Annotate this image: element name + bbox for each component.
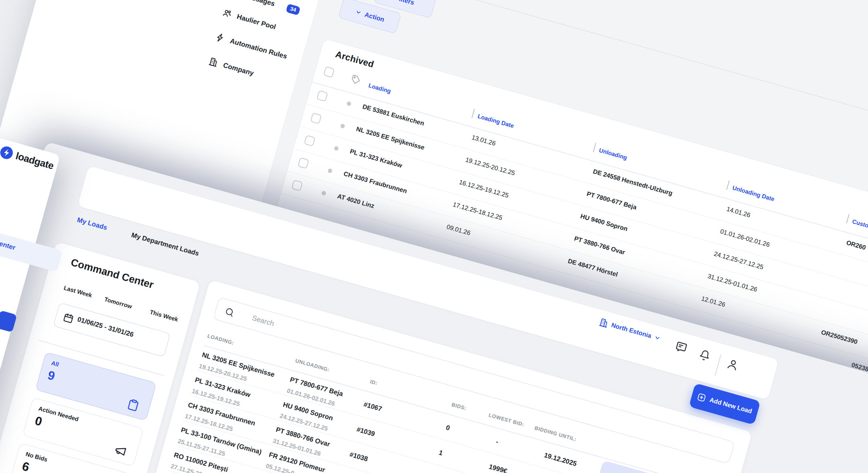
row-checkbox[interactable] (310, 112, 322, 124)
column-header-id[interactable]: ID: (369, 378, 378, 386)
stat-value: 6 (20, 459, 31, 473)
stat-value: 0 (33, 413, 44, 429)
tag-icon (350, 74, 362, 86)
building-icon (598, 317, 610, 329)
calendar-icon (62, 312, 75, 324)
cell-bids: 1 (438, 449, 444, 458)
status-dot-icon (346, 101, 352, 106)
sidebar-item-label: Haulier Pool (236, 12, 277, 31)
archived-title: Archived (334, 49, 375, 70)
zap-icon (215, 32, 226, 44)
column-divider (726, 181, 729, 190)
select-all-checkbox[interactable] (323, 66, 335, 78)
add-new-load-label: Add New Load (709, 396, 753, 415)
building-icon (208, 56, 219, 68)
column-divider (593, 143, 596, 153)
nav-item-label: Command Center (0, 229, 16, 252)
column-divider (471, 109, 475, 118)
stat-label: Action Needed (38, 405, 80, 423)
cell-unloading_date: 12.01.26 (701, 295, 726, 308)
quick-filter-last-week[interactable]: Last Week (63, 284, 93, 298)
column-header-unloading_date[interactable]: Unloading Date (732, 184, 775, 202)
quick-filter-tomorrow[interactable]: Tomorrow (104, 296, 133, 310)
command-center-title: Command Center (69, 256, 155, 291)
quick-filter-this-week[interactable]: This Week (149, 309, 179, 323)
cell-loading_date: 13.01.26 (471, 134, 497, 147)
status-dot-icon (334, 146, 339, 151)
status-dot-icon (327, 168, 333, 174)
cell-bids: 0 (445, 424, 451, 432)
row-checkbox[interactable] (316, 90, 328, 102)
logo-text: loadgate (15, 150, 55, 171)
date-range-value: 01/06/25 - 31/01/26 (76, 316, 134, 339)
topbar-divider (715, 354, 721, 375)
stat-label: All (50, 359, 59, 368)
loadgate-logo-icon (0, 144, 15, 161)
clipboard-icon (126, 398, 141, 412)
cell-id: #1039 (356, 426, 376, 438)
row-checkbox[interactable] (298, 157, 310, 169)
status-dot-icon (340, 123, 345, 129)
column-header-loading_date[interactable]: Loading Date (477, 112, 515, 129)
row-checkbox[interactable] (291, 180, 303, 192)
cell-customer: OR260 (846, 239, 867, 251)
column-divider (846, 214, 849, 223)
cell-customer: OR25052390 (820, 329, 859, 346)
sidebar-item-label: Company (222, 61, 254, 77)
action-button-label: Action (364, 11, 386, 23)
cell-unloading_date: 14.01.26 (726, 205, 751, 219)
user-icon[interactable] (725, 357, 740, 372)
cell-bidding-until: 19.12.2025 (543, 451, 577, 468)
plus-square-icon (696, 392, 707, 403)
bell-icon[interactable] (698, 348, 712, 362)
column-header-unloading[interactable]: UNLOADING: (295, 358, 330, 373)
column-header-unloading[interactable]: Unloading (598, 147, 628, 161)
column-header-bids[interactable]: BIDS: (451, 402, 467, 412)
messages-icon[interactable] (674, 340, 688, 355)
unread-count-badge: 34 (286, 4, 301, 15)
send-reminder-button[interactable]: Send Reminder (597, 460, 686, 473)
status-dot-icon (321, 190, 326, 196)
chevron-down-icon (354, 8, 362, 16)
stat-value: 9 (46, 368, 56, 384)
search-icon (223, 306, 236, 318)
sidebar-item-haulier-pool[interactable]: Haulier Pool (221, 7, 277, 32)
chevron-down-icon (653, 334, 661, 342)
column-header-lowest_bid[interactable]: LOWEST BID: (488, 412, 525, 428)
sidebar-item-label: Messages (242, 0, 276, 8)
filters-button-label: Filters (395, 0, 415, 6)
cell-lowest-bid: 1999€ (488, 463, 508, 473)
sidebar-item-label: Automation Rules (229, 37, 288, 61)
cell-id: #1067 (363, 400, 383, 413)
cell-id: #1038 (349, 451, 369, 463)
column-header-customer[interactable]: Customer (851, 218, 868, 232)
tab-my-loads[interactable]: My Loads (76, 216, 108, 232)
sidebar-item-company[interactable]: Company (208, 56, 255, 78)
sidebar-item-automation-rules[interactable]: Automation Rules (215, 32, 288, 61)
cell-loading_date: 09.01.26 (446, 223, 471, 237)
scene: Messages34Haulier PoolAutomation RulesCo… (0, 0, 868, 473)
region-label: North Estonia (610, 322, 652, 340)
column-header-loading[interactable]: Loading (368, 82, 392, 95)
row-checkbox[interactable] (304, 135, 316, 147)
people-icon (221, 7, 233, 19)
sidebar-item-messages[interactable]: Messages (227, 0, 276, 9)
cell-lowest-bid: - (495, 438, 499, 446)
region-selector[interactable]: North Estonia (598, 317, 661, 343)
cell-loading: AT 4020 Linz (337, 193, 375, 210)
column-header-loading[interactable]: LOADING: (207, 333, 235, 346)
megaphone-icon (113, 443, 128, 458)
